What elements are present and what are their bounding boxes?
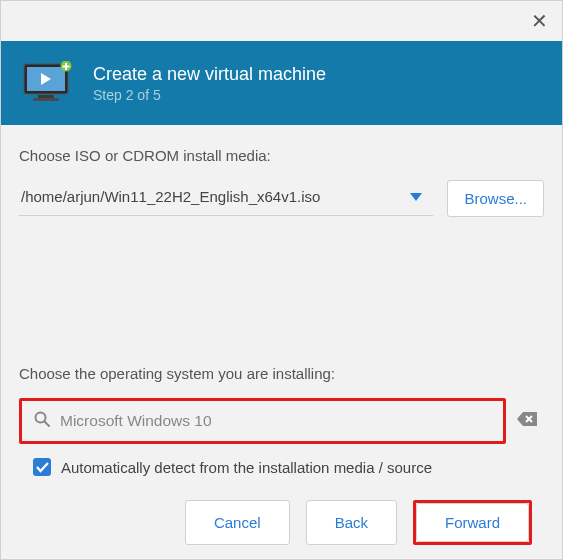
os-label: Choose the operating system you are inst… bbox=[19, 365, 544, 382]
media-row: /home/arjun/Win11_22H2_English_x64v1.iso… bbox=[19, 180, 544, 217]
auto-detect-row: Automatically detect from the installati… bbox=[19, 458, 544, 476]
new-vm-dialog: ✕ Create a new virtual machine Step 2 of… bbox=[0, 0, 563, 560]
banner-step: Step 2 of 5 bbox=[93, 87, 326, 103]
svg-marker-8 bbox=[410, 193, 422, 201]
content: Choose ISO or CDROM install media: /home… bbox=[1, 125, 562, 559]
forward-button[interactable]: Forward bbox=[416, 503, 529, 542]
media-label: Choose ISO or CDROM install media: bbox=[19, 147, 544, 164]
banner: Create a new virtual machine Step 2 of 5 bbox=[1, 41, 562, 125]
forward-highlight: Forward bbox=[413, 500, 532, 545]
media-selected: /home/arjun/Win11_22H2_English_x64v1.iso bbox=[21, 188, 320, 205]
chevron-down-icon bbox=[409, 188, 423, 205]
search-icon bbox=[34, 411, 50, 431]
svg-rect-3 bbox=[38, 95, 54, 98]
os-input[interactable] bbox=[60, 412, 491, 430]
svg-rect-4 bbox=[33, 98, 59, 101]
svg-rect-7 bbox=[63, 66, 70, 68]
monitor-icon bbox=[23, 61, 73, 105]
close-icon[interactable]: ✕ bbox=[531, 11, 548, 31]
clear-icon[interactable] bbox=[517, 412, 537, 430]
browse-button[interactable]: Browse... bbox=[447, 180, 544, 217]
titlebar: ✕ bbox=[1, 1, 562, 41]
auto-detect-label: Automatically detect from the installati… bbox=[61, 459, 432, 476]
footer: Cancel Back Forward bbox=[19, 500, 544, 559]
banner-title: Create a new virtual machine bbox=[93, 64, 326, 85]
svg-line-10 bbox=[45, 422, 50, 427]
os-search-field[interactable] bbox=[19, 398, 506, 444]
back-button[interactable]: Back bbox=[306, 500, 397, 545]
auto-detect-checkbox[interactable] bbox=[33, 458, 51, 476]
cancel-button[interactable]: Cancel bbox=[185, 500, 290, 545]
media-dropdown[interactable]: /home/arjun/Win11_22H2_English_x64v1.iso bbox=[19, 182, 433, 216]
